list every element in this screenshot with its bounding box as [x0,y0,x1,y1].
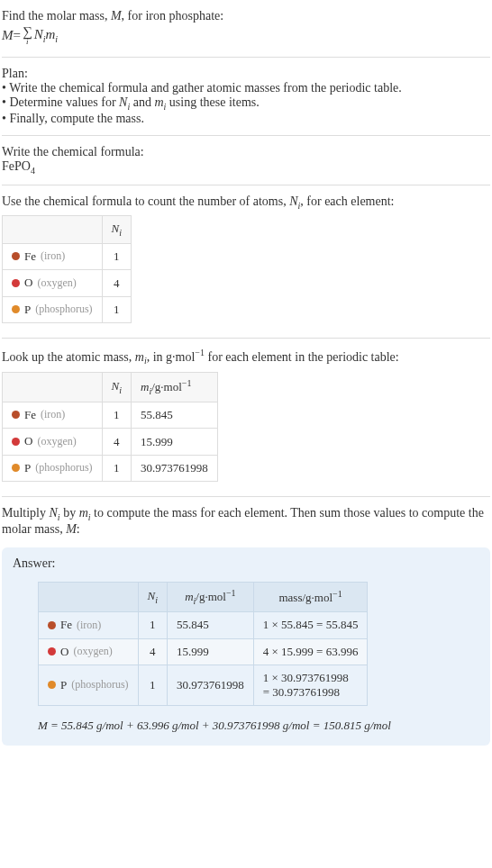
chemical-formula: FePO4 [2,159,490,176]
table-row: P (phosphorus) 1 30.973761998 1 × 30.973… [39,665,368,706]
table-row: Fe (iron) 1 55.845 [3,402,218,429]
mass-calc-b: = 30.973761998 [263,685,359,700]
mass-cell: 1 × 30.973761998 = 30.973761998 [253,665,368,706]
n-cell: 1 [102,402,131,429]
eq-m-sym: m [45,27,55,41]
hdr-Ni: i [155,595,158,605]
intro-equation: M = ∑ i Nimi [2,23,490,48]
element-dot-icon [48,621,56,629]
lookup-mass-text: Look up the atomic mass, mi, in g·mol−1 … [2,348,490,366]
plan-b2-m: m [154,95,163,109]
table-row: Fe (iron) 1 [3,243,132,270]
n-cell: 1 [138,665,167,706]
element-dot-icon [12,252,20,260]
table-header-row: Ni mi/g·mol−1 mass/g·mol−1 [39,583,368,612]
table-header-row: Ni mi/g·mol−1 [3,372,218,402]
n-cell: 1 [138,612,167,639]
plan-b2-tail: using these items. [166,95,259,109]
element-cell: O (oxygen) [39,638,139,665]
m-cell: 15.999 [132,429,218,456]
answer-title: Answer: [13,556,479,576]
divider [2,135,490,136]
hdr-unit: /g·mol [196,590,226,603]
element-dot-icon [12,438,20,446]
m-cell: 30.973761998 [168,665,254,706]
table-row: P (phosphorus) 1 [3,296,132,323]
table-header-Ni: Ni [102,372,131,402]
element-cell: P (phosphorus) [3,455,103,482]
element-symbol: Fe [24,249,36,264]
element-symbol: Fe [60,618,72,632]
element-cell: Fe (iron) [3,402,103,429]
eq-lhs: M [2,28,14,43]
multiply-text: Multiply Ni by mi to compute the mass fo… [2,506,490,537]
answer-table: Ni mi/g·mol−1 mass/g·mol−1 Fe (iron) 1 5… [38,582,368,706]
m-cell: 55.845 [168,612,254,639]
eq-N: Ni [34,27,46,44]
table-header-Ni: Ni [102,216,131,244]
hdr-mass-exp: −1 [333,589,342,599]
intro-text: Find the molar mass, [2,9,111,23]
mass-cell: 4 × 15.999 = 63.996 [253,638,368,665]
eq-N-sym: N [34,27,43,41]
element-cell: Fe (iron) [39,612,139,639]
hdr-exp: −1 [182,378,192,388]
element-dot-icon [12,411,20,419]
hdr-exp: −1 [226,588,236,598]
divider [2,185,490,185]
element-name: (phosphorus) [71,678,128,692]
element-dot-icon [48,681,56,689]
sigma-icon: ∑ i [23,25,32,46]
element-name: (phosphorus) [35,461,92,475]
hdr-Ni: i [119,385,122,395]
table-header-blank [3,216,103,244]
hdr-unit: /g·mol [151,380,182,393]
lookup-mass-block: Look up the atomic mass, mi, in g·mol−1 … [2,342,490,493]
hdr-N: N [148,589,156,602]
count-atoms-text: Use the chemical formula to count the nu… [2,194,490,211]
table-header-blank [3,372,103,402]
intro-line: Find the molar mass, M, for iron phospha… [2,9,490,23]
hdr-m: m [185,590,193,603]
plan-bullet-3: • Finally, compute the mass. [2,112,490,126]
table-header-mi: mi/g·mol−1 [168,583,254,612]
table-header-Ni: Ni [138,583,167,612]
count-atoms-block: Use the chemical formula to count the nu… [2,189,490,335]
table-header-row: Ni [3,216,132,244]
eq-m: mi [45,27,58,44]
answer-box: Answer: Ni mi/g·mol−1 mass/g·mol−1 Fe (i… [2,547,490,746]
divider [2,338,490,339]
intro-text2: , for iron phosphate: [122,9,224,23]
plan-bullet-2: • Determine values for Ni and mi using t… [2,95,490,112]
table-row: O (oxygen) 4 [3,270,132,297]
element-symbol: P [60,678,67,692]
element-symbol: O [24,434,32,448]
n-cell: 4 [102,270,131,297]
count-atoms-table: Ni Fe (iron) 1 O (oxygen) 4 P (phosphoru… [2,215,132,323]
element-cell: P (phosphorus) [3,296,103,323]
hdr-i: i [119,228,122,238]
final-result: M = 55.845 g/mol + 63.996 g/mol + 30.973… [38,711,479,733]
write-formula-block: Write the chemical formula: FePO4 [2,140,490,181]
mul-a: Multiply [2,506,50,520]
table-header-mass: mass/g·mol−1 [253,583,368,612]
lm-a: Look up the atomic mass, [2,350,135,364]
element-cell: Fe (iron) [3,243,103,270]
lm-c: for each element in the periodic table: [205,350,399,364]
element-symbol: P [24,461,31,475]
element-cell: O (oxygen) [3,270,103,297]
intro-block: Find the molar mass, M, for iron phospha… [2,4,490,53]
element-cell: O (oxygen) [3,429,103,456]
element-name: (iron) [41,408,65,421]
element-symbol: P [24,303,31,317]
n-cell: 1 [102,243,131,270]
n-cell: 4 [138,638,167,665]
mul-N: N [50,506,58,520]
hdr-N: N [112,379,120,393]
element-symbol: O [60,645,68,659]
mass-cell: 1 × 55.845 = 55.845 [253,612,368,639]
eq-m-sub: i [55,34,58,44]
element-symbol: Fe [24,408,36,422]
element-name: (iron) [77,619,101,632]
table-row: P (phosphorus) 1 30.973761998 [3,455,218,482]
